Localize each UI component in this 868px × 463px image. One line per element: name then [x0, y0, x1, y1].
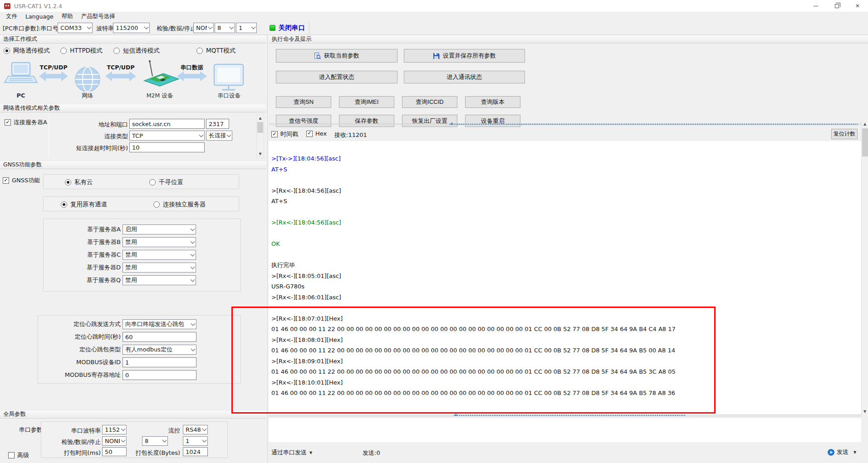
server-address-input[interactable]: socket.usr.cn: [129, 119, 205, 129]
scrollbar-thumb[interactable]: [862, 128, 868, 156]
gnss-channel-radio[interactable]: 复用原有通道: [61, 200, 107, 209]
advanced-checkbox[interactable]: ✓ 高级: [8, 451, 29, 459]
gnss-enable-checkbox[interactable]: ✓ GNSS功能: [3, 176, 40, 185]
modbus-id-input[interactable]: 1: [123, 357, 196, 367]
log-splitter-bottom[interactable]: ▲: [269, 414, 861, 418]
splitter-collapse-icon[interactable]: ▲: [455, 413, 457, 416]
gnss-server-label: 基于服务器A: [44, 225, 121, 234]
command-panel-header: 执行命令及提示: [269, 35, 868, 44]
scroll-down-icon[interactable]: ▼: [862, 408, 868, 415]
menu-item[interactable]: 产品型号选择: [77, 13, 119, 20]
close-button[interactable]: ✕: [847, 0, 868, 12]
server-a-checkbox[interactable]: ✓ 连接服务器A: [5, 118, 47, 127]
menu-item[interactable]: 帮助: [58, 13, 77, 20]
gnss-server-select[interactable]: 禁用: [123, 250, 196, 260]
log-line: AT+S: [271, 196, 859, 207]
enter-config-button[interactable]: 进入配置状态: [276, 71, 397, 83]
hex-checkbox[interactable]: ✓ Hex: [306, 130, 327, 137]
gnss-server-row: 基于服务器C 禁用: [44, 250, 240, 260]
heartbeat-interval-input[interactable]: 60: [123, 332, 196, 342]
menubar: 文件Language帮助产品型号选择: [0, 12, 868, 21]
chevron-down-icon: [191, 264, 195, 269]
check-icon: ✓: [307, 131, 312, 136]
query-button[interactable]: 查询IMEI: [339, 96, 394, 108]
query-button[interactable]: 查询ICCID: [402, 96, 457, 108]
query-button-row: 查询SN查询IMEI查询ICCID查询版本: [276, 96, 520, 108]
close-icon: ✕: [855, 3, 860, 9]
link3-label: 串口数据: [181, 64, 204, 71]
scroll-up-icon[interactable]: ▲: [862, 121, 868, 127]
conn-type-select[interactable]: TCP: [129, 131, 205, 141]
pack-len-input[interactable]: 1024: [183, 447, 208, 456]
scroll-up-icon[interactable]: ▲: [257, 115, 264, 122]
gnss-cloud-label: 私有云: [74, 178, 93, 186]
work-mode-radio[interactable]: 短信透传模式: [113, 47, 160, 55]
global-parity-select[interactable]: NONE: [102, 436, 127, 446]
gnss-server-select[interactable]: 禁用: [123, 263, 196, 273]
chevron-down-icon: [208, 25, 213, 29]
checkbox-icon: ✓: [3, 177, 9, 184]
timestamp-checkbox[interactable]: ✓ 时间戳: [271, 130, 298, 138]
gnss-server-label: 基于服务器B: [44, 238, 121, 246]
link2-label: TCP/UDP: [107, 64, 134, 71]
conn-mode-select[interactable]: 长连接: [206, 131, 232, 141]
gnss-channel-group: 复用原有通道 连接独立服务器: [43, 196, 239, 211]
gnss-server-select[interactable]: 启用: [123, 224, 196, 234]
databits-select[interactable]: 8: [215, 23, 235, 33]
gnss-server-select[interactable]: 禁用: [123, 237, 196, 247]
scrollbar-thumb[interactable]: [257, 122, 263, 133]
gnss-cloud-radio[interactable]: 私有云: [65, 178, 93, 186]
flow-select[interactable]: RS485: [183, 425, 208, 434]
heartbeat-pkt-type-label: 定位心跳包类型: [38, 346, 121, 354]
gnss-server-select[interactable]: 禁用: [123, 275, 196, 285]
server-port-input[interactable]: 2317: [206, 119, 229, 129]
restore-button[interactable]: [826, 0, 847, 12]
global-baud-select[interactable]: 115200: [102, 425, 127, 434]
send-button[interactable]: 发送 ▼: [828, 448, 856, 456]
query-button[interactable]: 查询SN: [276, 96, 331, 108]
addr-label: 地址和端口: [53, 121, 128, 129]
dropdown-icon: ▼: [853, 450, 856, 454]
com-port-select[interactable]: COM33: [58, 23, 93, 33]
gnss-channel-label: 连接独立服务器: [163, 200, 206, 209]
enter-comm-button[interactable]: 进入通讯状态: [404, 71, 525, 83]
chevron-down-icon: [199, 132, 204, 137]
send-textbox[interactable]: [269, 418, 861, 442]
set-save-params-button[interactable]: 设置并保存所有参数: [404, 49, 525, 63]
stopbits-select[interactable]: 1: [236, 23, 257, 33]
net-params-scrollbar[interactable]: ▲ ▼: [256, 114, 264, 158]
radio-icon: [4, 48, 10, 54]
modbus-reg-input[interactable]: 0: [123, 370, 196, 380]
heartbeat-pkt-type-select[interactable]: 有人modbus定位: [123, 345, 196, 355]
send-via-dropdown[interactable]: 通过串口发送 ▼: [271, 448, 312, 457]
parity-select[interactable]: NONE: [193, 23, 214, 33]
work-mode-radio[interactable]: MQTT模式: [196, 47, 236, 55]
app-icon: [4, 3, 10, 9]
chevron-down-icon: [230, 25, 234, 29]
work-mode-radio[interactable]: HTTPD模式: [60, 47, 103, 55]
splitter-collapse-icon[interactable]: ▲: [451, 122, 453, 125]
heartbeat-pkt-type-row: 定位心跳包类型 有人modbus定位: [38, 345, 240, 355]
log-line: >[Rx<-][18:08:01][Hex]: [271, 335, 859, 346]
scroll-down-icon[interactable]: ▼: [257, 151, 264, 157]
gnss-cloud-radio[interactable]: 千寻位置: [149, 178, 183, 186]
menu-item[interactable]: Language: [21, 13, 58, 20]
query-button[interactable]: 查询版本: [465, 96, 520, 108]
heartbeat-send-mode-select[interactable]: 向串口终端发送心跳包: [123, 319, 196, 329]
baud-select[interactable]: 115200: [113, 23, 150, 33]
bottom-bar: 通过串口发送 ▼ 发送:0 发送 ▼: [269, 442, 868, 463]
minimize-button[interactable]: [805, 0, 826, 12]
pack-time-input[interactable]: 50: [102, 447, 127, 456]
global-databits-select[interactable]: 8: [142, 436, 168, 446]
gnss-channel-radio[interactable]: 连接独立服务器: [153, 200, 206, 209]
short-timeout-input[interactable]: 10: [129, 142, 205, 152]
work-mode-radio[interactable]: 网络透传模式: [4, 47, 50, 55]
gnss-server-row: 基于服务器D 禁用: [44, 263, 240, 273]
log-splitter-top[interactable]: ▲: [269, 123, 861, 127]
menu-item[interactable]: 文件: [2, 13, 21, 20]
close-serial-button[interactable]: 关闭串口: [279, 24, 305, 32]
global-stopbits-select[interactable]: 1: [183, 436, 208, 446]
reset-count-button[interactable]: 复位计数: [831, 129, 858, 139]
get-params-button[interactable]: 获取当前参数: [276, 49, 397, 63]
log-vertical-scrollbar[interactable]: ▲ ▼: [861, 121, 868, 415]
